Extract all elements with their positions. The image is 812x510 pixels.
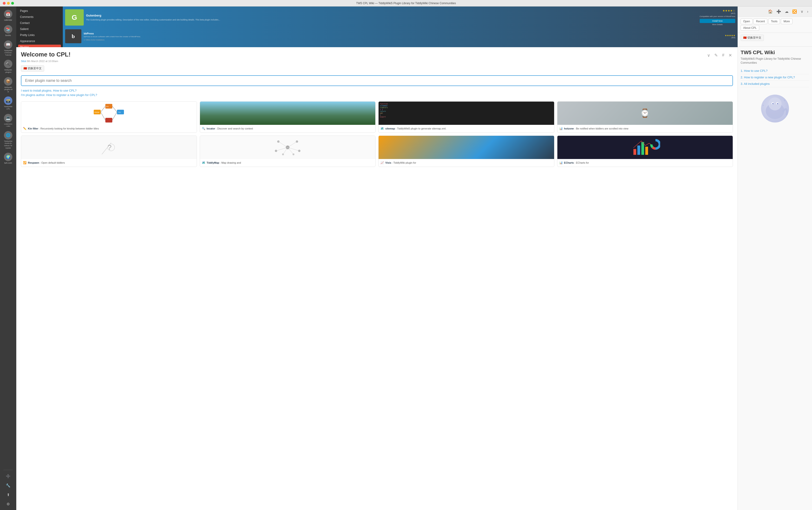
- plugin-info-sitemap: 🗺️ sitemap : TiddlyWiki5 plugin to gener…: [379, 125, 554, 132]
- upload-button[interactable]: ⬆: [4, 490, 12, 499]
- visis-icon: 📈: [380, 161, 384, 164]
- svg-rect-2: [105, 118, 112, 122]
- plugin-card-respawn[interactable]: ? 🔁 Respawn : Open default tiddlers: [21, 136, 197, 167]
- tiddler-meta: Sttot 8th March 2022 at 10:00am: [21, 60, 733, 63]
- plugin-desc: : TiddlyWiki plugin for: [392, 161, 416, 164]
- hotzone-icon: 📊: [559, 127, 563, 130]
- sidebar-item-label: books: [5, 34, 11, 37]
- titlebar-buttons: [3, 2, 14, 5]
- right-panel-subtitle: TiddlyWiki5 Plugin Library for TiddlyWik…: [741, 57, 809, 65]
- svg-text:BASE: BASE: [106, 106, 109, 107]
- sidebar-item-label: TiddlyWiki-Chinese-Tutorial: [4, 50, 12, 56]
- tools-button[interactable]: 🔧: [4, 481, 12, 489]
- hero-menu-salient[interactable]: Salient: [18, 27, 61, 32]
- plugin-grid: FROM BASE TO ✏️ Kin filter : Recursively…: [21, 101, 733, 133]
- sidebar-item-plugins[interactable]: 🔌 tiddlywiki-plugins: [1, 58, 15, 74]
- hero-menu-comments[interactable]: Comments: [18, 14, 61, 20]
- close-action[interactable]: ✕: [728, 52, 733, 59]
- plugin-name: locator: [207, 127, 215, 130]
- nav-about-cpl[interactable]: About CPL: [741, 25, 759, 31]
- nav-tools[interactable]: Tools: [768, 19, 780, 24]
- svg-line-4: [101, 106, 105, 112]
- minimize-button[interactable]: [7, 2, 10, 5]
- sidebar-item-label: TiddlyWiki-NodeJS-Github-Template: [4, 140, 12, 149]
- main-scroll[interactable]: Welcome to CPL! ∨ ✎ # ✕ Sttot 8th March …: [16, 47, 737, 510]
- sidebar-item-chinese-tutorial[interactable]: 📖 TiddlyWiki-Chinese-Tutorial: [1, 39, 15, 58]
- hero-menu-contact[interactable]: Contact: [18, 21, 61, 26]
- tiddler-author[interactable]: Sttot: [21, 60, 26, 63]
- more-button[interactable]: ∨: [800, 8, 804, 14]
- collapse-action[interactable]: ∨: [706, 52, 711, 59]
- right-panel-title: TW5 CPL Wiki: [741, 50, 809, 56]
- plugin-card-locator[interactable]: 🔍 locator : Discover and search by conte…: [200, 101, 376, 133]
- plugin-card-kin-filter[interactable]: FROM BASE TO ✏️ Kin filter : Recursively…: [21, 101, 197, 133]
- help-links: I want to install plugins. How to use CP…: [21, 89, 733, 97]
- add-button[interactable]: ➕: [4, 472, 12, 480]
- svg-line-21: [278, 142, 288, 147]
- plugin-thumbnail-hotzone: ⌚: [557, 101, 733, 125]
- plugin-name: Respawn: [28, 161, 39, 164]
- plugin-thumbnail-locator: [200, 101, 376, 125]
- tiddler-date: 8th March 2022 at 10:00am: [27, 60, 58, 63]
- nav-recent[interactable]: Recent: [753, 19, 767, 24]
- toc-link-3[interactable]: 3. All included plugins: [741, 82, 770, 86]
- plugin-thumbnail-sitemap: function sitemap( tiddlers ) { return xm…: [379, 101, 554, 125]
- plugin-info-respawn: 🔁 Respawn : Open default tiddlers: [21, 159, 197, 167]
- permalink-action[interactable]: #: [721, 52, 725, 59]
- svg-line-26: [288, 147, 293, 154]
- sidebar-item-tw5com[interactable]: 🌍 tw5.com: [1, 151, 15, 166]
- collapse-panel-button[interactable]: ›: [806, 9, 809, 14]
- sidebar-item-codemirror[interactable]: 💻 codemirror-dev: [1, 113, 15, 129]
- sidebar-item-plugins-dist[interactable]: 📦 tiddlywiki-plugins-dist: [1, 76, 15, 94]
- plugin-info-locator: 🔍 locator : Discover and search by conte…: [200, 125, 376, 132]
- lang-badge[interactable]: 🇨🇳 切换至中文: [21, 65, 44, 71]
- svg-point-40: [777, 103, 778, 104]
- help-link-register[interactable]: I'm plugins author. How to register a ne…: [21, 93, 733, 97]
- sidebar-item-calendar[interactable]: 📅 calendar: [1, 8, 15, 23]
- plugin-desc: : Map drawing and: [220, 161, 241, 164]
- nodejs-icon: 🌐: [4, 131, 12, 140]
- settings-button[interactable]: ⚙: [4, 500, 12, 508]
- plugin-info-kin-filter: ✏️ Kin filter : Recursively looking for …: [21, 125, 197, 132]
- calendar-icon: 📅: [4, 10, 12, 18]
- new-tiddler-button[interactable]: ➕: [776, 8, 782, 14]
- save-button[interactable]: ☁: [784, 8, 789, 14]
- plugins-dist-icon: 📦: [4, 77, 12, 86]
- sidebar-item-label: TiddlyWiki-CPL: [4, 106, 12, 110]
- sidebar-item-nodejs-github[interactable]: 🌐 TiddlyWiki-NodeJS-Github-Template: [1, 130, 15, 150]
- hero-inner: Pages Comments Contact Salient Pretty Li…: [16, 6, 737, 47]
- hero-menu-pages[interactable]: Pages: [18, 8, 61, 13]
- plugin-card-hotzone[interactable]: ⌚ 📊 hotzone : Be notified when tiddlers …: [557, 101, 733, 133]
- svg-line-5: [101, 112, 105, 120]
- plugin-thumbnail-respawn: ?: [21, 136, 197, 159]
- nav-open[interactable]: Open: [741, 19, 752, 24]
- svg-rect-28: [633, 149, 636, 155]
- right-panel-toolbar: 🏠 ➕ ☁ 🔀 ∨ ›: [738, 6, 812, 17]
- plugin-card-sitemap[interactable]: function sitemap( tiddlers ) { return xm…: [378, 101, 554, 133]
- home-button[interactable]: 🏠: [767, 8, 774, 14]
- toc-link-2[interactable]: 2. How to register a new plugin for CPL?: [741, 76, 795, 79]
- import-button[interactable]: 🔀: [791, 8, 798, 14]
- hero-menu-appearance[interactable]: Appearance: [18, 38, 61, 44]
- plugin-thumbnail-tiddlymap: [200, 136, 376, 159]
- plugin-name: Kin filter: [28, 127, 38, 130]
- nav-more[interactable]: More: [781, 19, 792, 24]
- plugin-card-tiddlymap[interactable]: 🗺️ TiddlyMap : Map drawing and: [200, 136, 376, 167]
- help-link-install[interactable]: I want to install plugins. How to use CP…: [21, 89, 733, 92]
- close-button[interactable]: [3, 2, 6, 5]
- edit-action[interactable]: ✎: [714, 52, 719, 59]
- search-input[interactable]: [21, 75, 733, 86]
- right-panel-lang-badge[interactable]: 🇨🇳 切换至中文: [741, 35, 764, 41]
- plugin-card-echarts[interactable]: 📊 ECharts : ECharts for: [557, 136, 733, 167]
- sidebar-item-label: tiddlywiki-plugins-dist: [4, 86, 12, 93]
- hero-menu-pretty-links[interactable]: Pretty Links: [18, 33, 61, 38]
- toc-link-1[interactable]: 1. How to use CPL?: [741, 69, 767, 72]
- plugin-card-visis[interactable]: 📈 Visis : TiddlyWiki plugin for: [378, 136, 554, 167]
- sidebar-item-books[interactable]: 📚 books: [1, 24, 15, 38]
- maximize-button[interactable]: [11, 2, 14, 5]
- hero-menu-plugins[interactable]: Plugins: [18, 44, 61, 47]
- right-panel-scroll[interactable]: TW5 CPL Wiki TiddlyWiki5 Plugin Library …: [738, 47, 812, 510]
- sidebar-item-cpl[interactable]: 🗃️ TiddlyWiki-CPL: [1, 95, 15, 111]
- svg-text:✦: ✦: [762, 104, 764, 107]
- codemirror-icon: 💻: [4, 114, 12, 122]
